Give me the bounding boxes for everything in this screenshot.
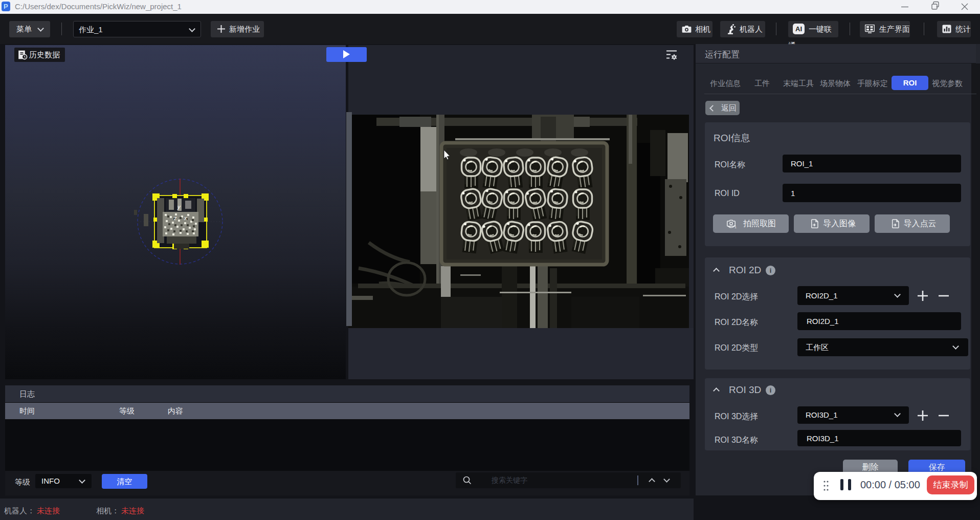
svg-text:1: 1 xyxy=(734,225,737,229)
svg-text:x: x xyxy=(184,215,187,221)
svg-text:z: z xyxy=(173,215,177,221)
